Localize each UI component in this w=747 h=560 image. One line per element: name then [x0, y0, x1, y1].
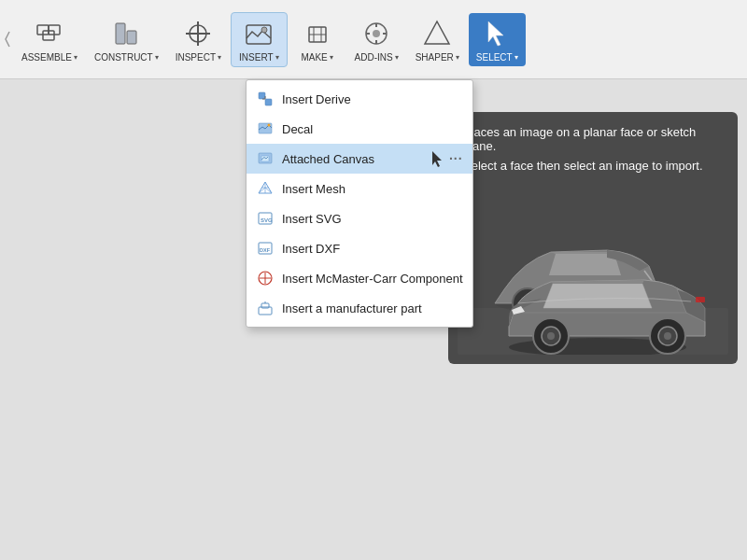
menu-item-insert-dxf-label: Insert DXF	[282, 242, 463, 256]
menu-item-decal[interactable]: Decal	[247, 114, 472, 144]
menu-item-insert-manufacturer-label: Insert a manufacturer part	[282, 301, 463, 315]
make-icon	[301, 17, 334, 50]
add-ins-label: ADD-INS▾	[355, 52, 399, 63]
insert-label: INSERT▾	[239, 52, 279, 63]
toolbar-group-construct[interactable]: CONSTRUCT▾	[87, 13, 166, 66]
preview-title: Places an image on a planar face or sket…	[463, 125, 723, 153]
toolbar-group-insert[interactable]: INSERT▾	[231, 12, 288, 67]
preview-panel: Places an image on a planar face or sket…	[448, 112, 738, 364]
svg-marker-21	[488, 21, 503, 46]
menu-item-insert-mcmaster-label: Insert McMaster-Carr Component	[282, 272, 463, 286]
toolbar-group-add-ins[interactable]: ADD-INS▾	[347, 13, 406, 66]
menu-item-attached-canvas-label: Attached Canvas	[282, 152, 416, 166]
select-icon	[480, 17, 514, 50]
menu-item-insert-svg-label: Insert SVG	[282, 212, 463, 226]
menu-item-insert-dxf[interactable]: DXF Insert DXF	[247, 233, 472, 263]
insert-dxf-icon: DXF	[256, 239, 275, 258]
menu-item-insert-mcmaster[interactable]: Insert McMaster-Carr Component	[247, 263, 472, 293]
preview-image-area	[448, 178, 738, 364]
menu-item-insert-manufacturer[interactable]: Insert a manufacturer part	[247, 293, 472, 323]
select-label: SELECT▾	[476, 52, 518, 63]
construct-icon	[109, 17, 143, 50]
assemble-icon	[33, 17, 66, 50]
svg-point-27	[268, 124, 271, 127]
toolbar-group-make[interactable]: MAKE▾	[289, 13, 345, 66]
decal-icon	[256, 119, 275, 138]
svg-rect-4	[127, 31, 136, 44]
svg-rect-3	[116, 23, 125, 44]
svg-rect-22	[259, 92, 265, 99]
svg-point-15	[373, 30, 380, 37]
insert-mcmaster-icon	[256, 269, 275, 287]
make-label: MAKE▾	[301, 52, 332, 63]
insert-svg-icon: SVG	[256, 209, 275, 228]
svg-point-59	[664, 332, 671, 340]
svg-point-9	[261, 27, 267, 33]
insert-manufacturer-icon	[256, 299, 275, 317]
inspect-label: INSPECT▾	[176, 52, 221, 63]
car-illustration	[458, 196, 728, 355]
svg-text:SVG: SVG	[261, 217, 273, 223]
inspect-icon	[181, 17, 215, 50]
menu-item-decal-label: Decal	[282, 122, 463, 136]
toolbar-group-inspect[interactable]: INSPECT▾	[168, 13, 229, 66]
insert-icon	[242, 17, 275, 50]
menu-item-insert-derive-label: Insert Derive	[282, 92, 463, 106]
svg-marker-30	[432, 151, 442, 167]
more-options-icon: ···	[449, 151, 463, 166]
scroll-left	[5, 0, 12, 78]
add-ins-icon	[359, 17, 393, 50]
menu-item-insert-mesh[interactable]: Insert Mesh	[247, 174, 472, 203]
toolbar-group-shaper[interactable]: SHAPER▾	[408, 13, 467, 66]
svg-marker-20	[425, 21, 449, 44]
svg-point-56	[547, 332, 555, 340]
insert-derive-icon	[256, 90, 275, 108]
svg-rect-53	[696, 297, 705, 302]
insert-mesh-icon	[256, 179, 275, 198]
insert-dropdown-menu: Insert Derive Decal Attached Canvas ···	[246, 79, 473, 328]
assemble-label: ASSEMBLE▾	[21, 52, 78, 63]
construct-label: CONSTRUCT▾	[94, 52, 159, 63]
menu-item-attached-canvas[interactable]: Attached Canvas ···	[247, 144, 472, 174]
attached-canvas-icon	[256, 149, 275, 168]
menu-item-insert-mesh-label: Insert Mesh	[282, 182, 463, 196]
menu-item-insert-derive[interactable]: Insert Derive	[247, 84, 472, 114]
preview-text-area: Places an image on a planar face or sket…	[448, 112, 738, 178]
shaper-icon	[420, 17, 454, 50]
svg-rect-23	[265, 99, 272, 105]
cursor-icon	[430, 150, 442, 167]
toolbar-group-select[interactable]: SELECT▾	[469, 13, 526, 66]
toolbar-group-assemble[interactable]: ASSEMBLE▾	[14, 13, 85, 66]
shaper-label: SHAPER▾	[416, 52, 459, 63]
svg-text:DXF: DXF	[260, 247, 271, 253]
toolbar: ASSEMBLE▾ CONSTRUCT▾ INSPECT▾	[0, 0, 747, 79]
menu-item-insert-svg[interactable]: SVG Insert SVG	[247, 203, 472, 233]
preview-subtitle: Select a face then select an image to im…	[463, 159, 723, 173]
